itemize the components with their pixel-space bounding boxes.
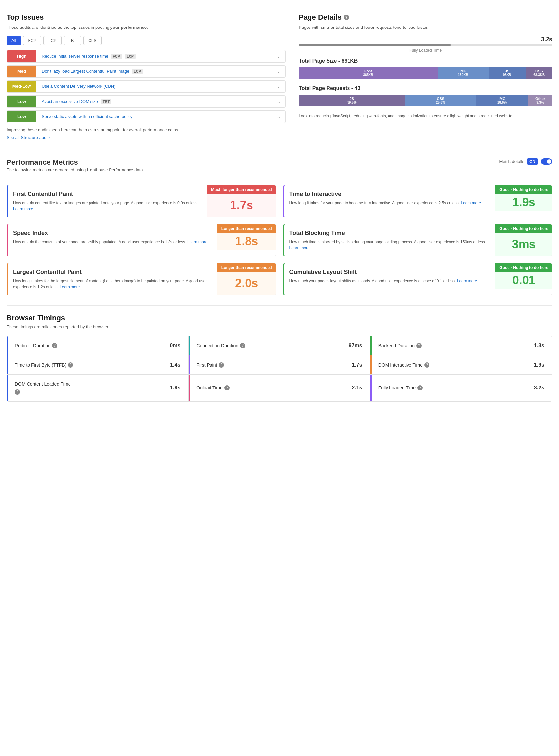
issue-row-low-dom: Low Avoid an excessive DOM size TBT ⌄ bbox=[6, 95, 286, 108]
help-icon[interactable]: ? bbox=[343, 15, 349, 20]
timing-fully-loaded-value: 3.2s bbox=[534, 385, 544, 391]
filter-fcp-btn[interactable]: FCP bbox=[23, 36, 41, 45]
metric-fcp-name: First Contentful Paint bbox=[13, 191, 202, 197]
top-issues-title: Top Issues bbox=[6, 13, 286, 22]
filter-lcp-btn[interactable]: LCP bbox=[43, 36, 61, 45]
timing-redirect: Redirect Duration ? 0ms bbox=[7, 336, 188, 355]
issue-row-med-low: Med-Low Use a Content Delivery Network (… bbox=[6, 80, 286, 93]
page-details-panel: Page Details ? Pages with smaller total … bbox=[299, 13, 553, 140]
timing-ttfb-name: Time to First Byte (TTFB) ? bbox=[15, 362, 73, 368]
top-issues-desc: These audits are identified as the top i… bbox=[6, 24, 286, 31]
timing-dom-interactive-value: 1.9s bbox=[534, 362, 544, 368]
metric-cls-name: Cumulative Layout Shift bbox=[290, 268, 490, 276]
help-icon[interactable]: ? bbox=[224, 385, 229, 391]
issue-text-med[interactable]: Don't lazy load Largest Contentful Paint… bbox=[37, 66, 272, 77]
help-icon[interactable]: ? bbox=[240, 343, 245, 348]
timing-fully-loaded-name: Fully Loaded Time ? bbox=[378, 385, 423, 391]
timing-accent bbox=[371, 355, 372, 374]
timing-accent bbox=[188, 375, 190, 401]
tti-learn-more-link[interactable]: Learn more. bbox=[461, 201, 482, 205]
page-details-desc: Pages with smaller total sizes and fewer… bbox=[299, 24, 553, 31]
page-size-bar: Font 365KB IMG 130KB JS 98KB CSS 68.3KB bbox=[299, 67, 553, 79]
filter-buttons: All FCP LCP TBT CLS bbox=[6, 36, 286, 45]
help-icon[interactable]: ? bbox=[219, 362, 224, 368]
timing-accent bbox=[7, 375, 8, 401]
timing-backend: Backend Duration ? 1.3s bbox=[371, 336, 552, 355]
flt-value: 3.2s bbox=[299, 36, 553, 43]
timing-accent bbox=[188, 336, 190, 355]
tbt-value: 3ms bbox=[495, 233, 552, 256]
flt-container: 3.2s Fully Loaded Time bbox=[299, 36, 553, 53]
timing-backend-value: 1.3s bbox=[534, 342, 544, 349]
metric-fcp: First Contentful Paint How quickly conte… bbox=[6, 185, 276, 217]
tbt-learn-more-link[interactable]: Learn more. bbox=[290, 246, 311, 250]
issue-row-med: Med Don't lazy load Largest Contentful P… bbox=[6, 65, 286, 78]
improve-text: Improving these audits seen here can hel… bbox=[6, 127, 286, 133]
chart-note: Look into reducing JavaScript, reducing … bbox=[299, 113, 553, 119]
metric-details-label: Metric details bbox=[499, 159, 524, 164]
help-icon[interactable]: ? bbox=[417, 385, 423, 391]
bar-seg-js: JS 98KB bbox=[489, 67, 526, 79]
chevron-down-icon[interactable]: ⌄ bbox=[272, 50, 285, 62]
issue-text-low-cache[interactable]: Serve static assets with an efficient ca… bbox=[37, 111, 272, 122]
timing-redirect-name: Redirect Duration ? bbox=[15, 343, 58, 348]
top-issues-panel: Top Issues These audits are identified a… bbox=[6, 13, 286, 140]
filter-cls-btn[interactable]: CLS bbox=[83, 36, 101, 45]
metric-lcp: Largest Contentful Paint How long it tak… bbox=[6, 263, 276, 296]
page-requests-chart: Total Page Requests - 43 JS 39.5% CSS 25… bbox=[299, 86, 553, 107]
help-icon[interactable]: ? bbox=[15, 389, 20, 395]
metric-tbt-name: Total Blocking Time bbox=[290, 230, 490, 236]
chevron-down-icon[interactable]: ⌄ bbox=[272, 111, 285, 122]
help-icon[interactable]: ? bbox=[68, 362, 73, 368]
tti-status-badge: Good - Nothing to do here bbox=[495, 185, 552, 194]
filter-tbt-btn[interactable]: TBT bbox=[64, 36, 82, 45]
issue-text-high[interactable]: Reduce initial server response time FCP … bbox=[37, 50, 272, 62]
badge-med: Med bbox=[7, 66, 37, 77]
issue-text-med-low[interactable]: Use a Content Delivery Network (CDN) bbox=[37, 80, 272, 92]
issue-text-low-dom[interactable]: Avoid an excessive DOM size TBT bbox=[37, 96, 272, 108]
help-icon[interactable]: ? bbox=[424, 362, 429, 368]
timing-connection-name: Connection Duration ? bbox=[196, 343, 245, 348]
bar-seg-img: IMG 130KB bbox=[438, 67, 489, 79]
browser-desc: These timings are milestones reported by… bbox=[6, 324, 553, 329]
timing-dom-interactive: DOM Interactive Time ? 1.9s bbox=[371, 355, 552, 375]
page-requests-title: Total Page Requests - 43 bbox=[299, 86, 553, 91]
metric-lcp-name: Largest Contentful Paint bbox=[13, 268, 212, 276]
metric-lcp-desc: How long it takes for the largest elemen… bbox=[13, 278, 212, 290]
metric-details-toggle: Metric details ON bbox=[499, 158, 553, 165]
flt-bar-fill bbox=[299, 44, 451, 46]
help-icon[interactable]: ? bbox=[417, 343, 422, 348]
toggle-switch[interactable] bbox=[541, 158, 553, 165]
timing-dom-interactive-name: DOM Interactive Time ? bbox=[378, 362, 429, 368]
flt-bar bbox=[299, 44, 553, 46]
tti-value: 1.9s bbox=[495, 194, 552, 211]
toggle-on-label: ON bbox=[527, 158, 538, 165]
metric-tti: Time to Interactive How long it takes fo… bbox=[283, 185, 553, 217]
timing-accent bbox=[371, 375, 372, 401]
metric-si: Speed Index How quickly the contents of … bbox=[6, 224, 276, 257]
metric-cls-desc: How much your page's layout shifts as it… bbox=[290, 278, 490, 284]
fcp-learn-more-link[interactable]: Learn more. bbox=[13, 207, 35, 211]
metric-tti-desc: How long it takes for your page to becom… bbox=[290, 200, 490, 206]
chevron-down-icon[interactable]: ⌄ bbox=[272, 80, 285, 92]
fcp-status-badge: Much longer than recommended bbox=[207, 185, 276, 194]
chevron-down-icon[interactable]: ⌄ bbox=[272, 66, 285, 77]
chevron-down-icon[interactable]: ⌄ bbox=[272, 96, 285, 108]
help-icon[interactable]: ? bbox=[52, 343, 58, 348]
timings-grid: Redirect Duration ? 0ms Connection Durat… bbox=[6, 336, 553, 402]
bar-seg-req-other: Other 9.3% bbox=[528, 95, 553, 107]
badge-med-low: Med-Low bbox=[7, 80, 37, 92]
timing-dom-content-name: DOM Content Loaded Time ? bbox=[15, 381, 70, 395]
lcp-learn-more-link[interactable]: Learn more. bbox=[60, 285, 81, 289]
see-all-link[interactable]: See all Structure audits. bbox=[6, 135, 286, 140]
metrics-grid: First Contentful Paint How quickly conte… bbox=[6, 185, 553, 296]
cls-learn-more-link[interactable]: Learn more. bbox=[457, 279, 478, 283]
filter-all-btn[interactable]: All bbox=[6, 36, 21, 45]
timing-dom-content-value: 1.9s bbox=[170, 385, 180, 391]
lcp-value: 2.0s bbox=[217, 272, 276, 295]
timing-onload-name: Onload Time ? bbox=[196, 385, 229, 391]
timing-first-paint-value: 1.7s bbox=[352, 362, 362, 368]
timing-accent bbox=[371, 336, 372, 355]
si-learn-more-link[interactable]: Learn more. bbox=[187, 240, 208, 244]
si-value: 1.8s bbox=[217, 233, 276, 250]
